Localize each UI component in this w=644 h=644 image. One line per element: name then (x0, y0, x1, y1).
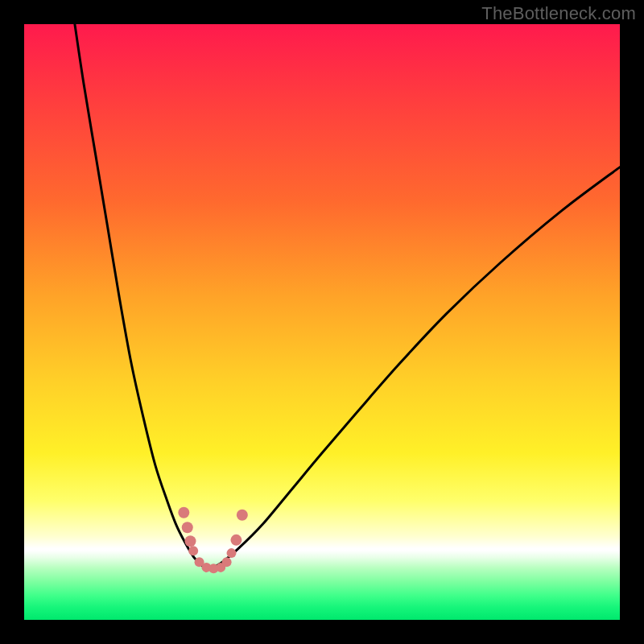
marker-dots (178, 507, 248, 574)
marker-dot (178, 507, 189, 518)
marker-dot (227, 548, 237, 558)
marker-dot (237, 510, 248, 521)
marker-dot (230, 535, 242, 546)
plot-area (24, 24, 620, 620)
chart-svg (24, 24, 620, 620)
marker-dot (182, 522, 193, 533)
marker-dot (222, 557, 232, 567)
curve-left-branch (75, 24, 209, 569)
chart-frame: TheBottleneck.com (0, 0, 644, 644)
curve-right-branch (208, 167, 620, 569)
marker-dot (188, 546, 198, 555)
marker-dot (184, 535, 196, 547)
watermark-text: TheBottleneck.com (481, 3, 636, 24)
bottleneck-curve (75, 24, 620, 569)
